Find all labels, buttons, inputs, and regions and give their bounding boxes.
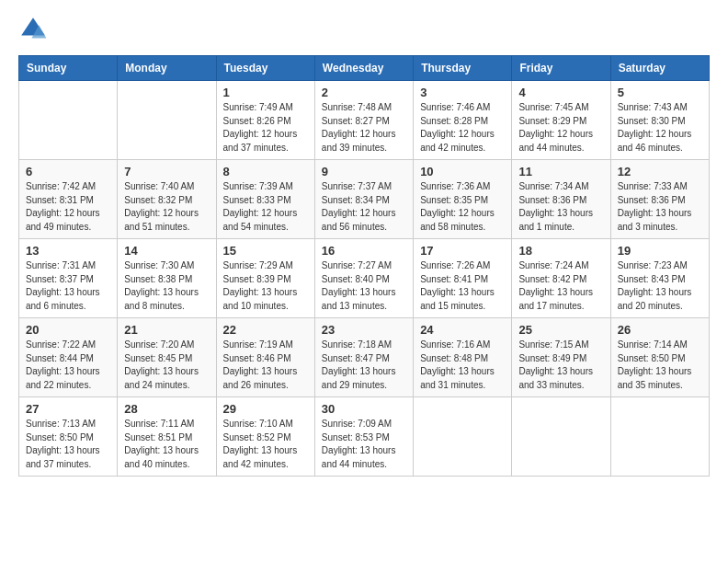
- header-cell-thursday: Thursday: [414, 56, 512, 81]
- logo-icon: [18, 15, 48, 44]
- day-info: Sunrise: 7:31 AM Sunset: 8:37 PM Dayligh…: [26, 259, 110, 313]
- day-number: 26: [618, 323, 702, 337]
- day-number: 5: [618, 86, 702, 99]
- page: SundayMondayTuesdayWednesdayThursdayFrid…: [0, 0, 728, 563]
- day-cell: [610, 397, 709, 477]
- day-number: 16: [322, 244, 406, 258]
- calendar-body: 1Sunrise: 7:49 AM Sunset: 8:26 PM Daylig…: [19, 81, 710, 477]
- day-cell: 22Sunrise: 7:19 AM Sunset: 8:46 PM Dayli…: [216, 318, 314, 397]
- day-cell: 8Sunrise: 7:39 AM Sunset: 8:33 PM Daylig…: [216, 160, 314, 239]
- day-cell: 30Sunrise: 7:09 AM Sunset: 8:53 PM Dayli…: [314, 397, 413, 477]
- day-cell: 4Sunrise: 7:45 AM Sunset: 8:29 PM Daylig…: [512, 81, 610, 160]
- day-cell: [118, 81, 216, 160]
- header-cell-wednesday: Wednesday: [314, 56, 413, 81]
- day-cell: 14Sunrise: 7:30 AM Sunset: 8:38 PM Dayli…: [118, 239, 216, 318]
- day-cell: 21Sunrise: 7:20 AM Sunset: 8:45 PM Dayli…: [118, 318, 216, 397]
- day-info: Sunrise: 7:22 AM Sunset: 8:44 PM Dayligh…: [26, 339, 110, 392]
- day-number: 22: [223, 323, 308, 337]
- day-info: Sunrise: 7:15 AM Sunset: 8:49 PM Dayligh…: [518, 339, 603, 392]
- day-info: Sunrise: 7:46 AM Sunset: 8:28 PM Dayligh…: [420, 101, 505, 155]
- day-cell: [512, 397, 610, 477]
- day-cell: 15Sunrise: 7:29 AM Sunset: 8:39 PM Dayli…: [216, 239, 314, 318]
- header-cell-monday: Monday: [118, 56, 216, 81]
- day-number: 12: [618, 165, 702, 178]
- day-cell: 24Sunrise: 7:16 AM Sunset: 8:48 PM Dayli…: [414, 318, 512, 397]
- day-info: Sunrise: 7:48 AM Sunset: 8:27 PM Dayligh…: [322, 101, 406, 155]
- day-cell: 17Sunrise: 7:26 AM Sunset: 8:41 PM Dayli…: [414, 239, 512, 318]
- day-number: 1: [223, 86, 308, 99]
- day-number: 2: [322, 86, 406, 99]
- day-number: 4: [518, 86, 603, 99]
- day-cell: [19, 81, 118, 160]
- day-info: Sunrise: 7:33 AM Sunset: 8:36 PM Dayligh…: [618, 180, 702, 234]
- day-number: 15: [223, 244, 308, 258]
- day-cell: 1Sunrise: 7:49 AM Sunset: 8:26 PM Daylig…: [216, 81, 314, 160]
- day-cell: 26Sunrise: 7:14 AM Sunset: 8:50 PM Dayli…: [610, 318, 709, 397]
- day-info: Sunrise: 7:34 AM Sunset: 8:36 PM Dayligh…: [518, 180, 603, 234]
- day-cell: [414, 397, 512, 477]
- day-cell: 13Sunrise: 7:31 AM Sunset: 8:37 PM Dayli…: [19, 239, 118, 318]
- day-cell: 20Sunrise: 7:22 AM Sunset: 8:44 PM Dayli…: [19, 318, 118, 397]
- day-cell: 29Sunrise: 7:10 AM Sunset: 8:52 PM Dayli…: [216, 397, 314, 477]
- week-row-2: 13Sunrise: 7:31 AM Sunset: 8:37 PM Dayli…: [19, 239, 710, 318]
- day-number: 11: [518, 165, 603, 178]
- logo: [18, 15, 51, 44]
- day-cell: 6Sunrise: 7:42 AM Sunset: 8:31 PM Daylig…: [19, 160, 118, 239]
- day-info: Sunrise: 7:20 AM Sunset: 8:45 PM Dayligh…: [124, 339, 209, 392]
- day-info: Sunrise: 7:23 AM Sunset: 8:43 PM Dayligh…: [618, 259, 702, 313]
- day-info: Sunrise: 7:30 AM Sunset: 8:38 PM Dayligh…: [124, 259, 209, 313]
- day-info: Sunrise: 7:49 AM Sunset: 8:26 PM Dayligh…: [223, 101, 308, 155]
- day-number: 19: [618, 244, 702, 258]
- day-cell: 7Sunrise: 7:40 AM Sunset: 8:32 PM Daylig…: [118, 160, 216, 239]
- header-row: SundayMondayTuesdayWednesdayThursdayFrid…: [19, 56, 710, 81]
- day-info: Sunrise: 7:39 AM Sunset: 8:33 PM Dayligh…: [223, 180, 308, 234]
- header-cell-friday: Friday: [512, 56, 610, 81]
- day-cell: 3Sunrise: 7:46 AM Sunset: 8:28 PM Daylig…: [414, 81, 512, 160]
- header-cell-tuesday: Tuesday: [216, 56, 314, 81]
- day-number: 21: [124, 323, 209, 337]
- day-info: Sunrise: 7:37 AM Sunset: 8:34 PM Dayligh…: [322, 180, 406, 234]
- day-number: 7: [124, 165, 209, 178]
- day-cell: 23Sunrise: 7:18 AM Sunset: 8:47 PM Dayli…: [314, 318, 413, 397]
- day-info: Sunrise: 7:10 AM Sunset: 8:52 PM Dayligh…: [223, 418, 308, 471]
- day-number: 20: [26, 323, 110, 337]
- day-info: Sunrise: 7:29 AM Sunset: 8:39 PM Dayligh…: [223, 259, 308, 313]
- day-cell: 9Sunrise: 7:37 AM Sunset: 8:34 PM Daylig…: [314, 160, 413, 239]
- day-number: 28: [124, 402, 209, 416]
- day-number: 10: [420, 165, 505, 178]
- day-number: 25: [518, 323, 603, 337]
- day-info: Sunrise: 7:27 AM Sunset: 8:40 PM Dayligh…: [322, 259, 406, 313]
- day-number: 18: [518, 244, 603, 258]
- day-cell: 28Sunrise: 7:11 AM Sunset: 8:51 PM Dayli…: [118, 397, 216, 477]
- day-number: 6: [26, 165, 110, 178]
- week-row-4: 27Sunrise: 7:13 AM Sunset: 8:50 PM Dayli…: [19, 397, 710, 477]
- day-number: 13: [26, 244, 110, 258]
- week-row-1: 6Sunrise: 7:42 AM Sunset: 8:31 PM Daylig…: [19, 160, 710, 239]
- day-number: 23: [322, 323, 406, 337]
- day-info: Sunrise: 7:19 AM Sunset: 8:46 PM Dayligh…: [223, 339, 308, 392]
- day-info: Sunrise: 7:16 AM Sunset: 8:48 PM Dayligh…: [420, 339, 505, 392]
- day-info: Sunrise: 7:26 AM Sunset: 8:41 PM Dayligh…: [420, 259, 505, 313]
- day-cell: 18Sunrise: 7:24 AM Sunset: 8:42 PM Dayli…: [512, 239, 610, 318]
- day-cell: 27Sunrise: 7:13 AM Sunset: 8:50 PM Dayli…: [19, 397, 118, 477]
- day-info: Sunrise: 7:18 AM Sunset: 8:47 PM Dayligh…: [322, 339, 406, 392]
- calendar-table: SundayMondayTuesdayWednesdayThursdayFrid…: [18, 55, 710, 477]
- day-number: 30: [322, 402, 406, 416]
- day-cell: 11Sunrise: 7:34 AM Sunset: 8:36 PM Dayli…: [512, 160, 610, 239]
- day-cell: 25Sunrise: 7:15 AM Sunset: 8:49 PM Dayli…: [512, 318, 610, 397]
- day-info: Sunrise: 7:42 AM Sunset: 8:31 PM Dayligh…: [26, 180, 110, 234]
- day-info: Sunrise: 7:45 AM Sunset: 8:29 PM Dayligh…: [518, 101, 603, 155]
- day-cell: 5Sunrise: 7:43 AM Sunset: 8:30 PM Daylig…: [610, 81, 709, 160]
- day-number: 3: [420, 86, 505, 99]
- week-row-0: 1Sunrise: 7:49 AM Sunset: 8:26 PM Daylig…: [19, 81, 710, 160]
- day-info: Sunrise: 7:24 AM Sunset: 8:42 PM Dayligh…: [518, 259, 603, 313]
- day-number: 29: [223, 402, 308, 416]
- day-info: Sunrise: 7:11 AM Sunset: 8:51 PM Dayligh…: [124, 418, 209, 471]
- day-number: 27: [26, 402, 110, 416]
- week-row-3: 20Sunrise: 7:22 AM Sunset: 8:44 PM Dayli…: [19, 318, 710, 397]
- day-cell: 19Sunrise: 7:23 AM Sunset: 8:43 PM Dayli…: [610, 239, 709, 318]
- day-cell: 16Sunrise: 7:27 AM Sunset: 8:40 PM Dayli…: [314, 239, 413, 318]
- day-cell: 10Sunrise: 7:36 AM Sunset: 8:35 PM Dayli…: [414, 160, 512, 239]
- day-info: Sunrise: 7:13 AM Sunset: 8:50 PM Dayligh…: [26, 418, 110, 471]
- day-info: Sunrise: 7:40 AM Sunset: 8:32 PM Dayligh…: [124, 180, 209, 234]
